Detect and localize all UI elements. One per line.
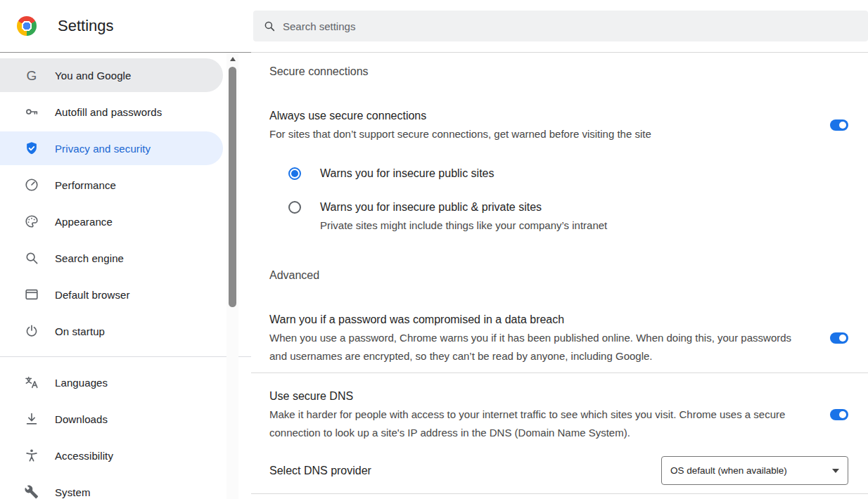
bottom-divider — [251, 493, 868, 494]
sidebar-item-performance[interactable]: Performance — [0, 168, 223, 202]
toggle-knob — [839, 411, 846, 418]
radio-texts: Warns you for insecure public sites — [320, 164, 494, 183]
sidebar-item-you-and-google[interactable]: G You and Google — [0, 58, 223, 92]
row-subtitle: Make it harder for people with access to… — [269, 406, 803, 442]
search-input[interactable] — [283, 20, 858, 32]
chrome-settings-window: Settings G You and Google Autofi — [0, 0, 868, 499]
search-icon — [263, 20, 276, 32]
search-settings-bar[interactable] — [253, 11, 868, 41]
radio-row-public-private-sites: Warns you for insecure public & private … — [288, 198, 848, 235]
row-title: Warn you if a password was compromised i… — [269, 311, 803, 329]
wrench-icon — [24, 484, 39, 499]
secure-dns-toggle[interactable] — [830, 409, 848, 420]
sidebar-item-search-engine[interactable]: Search engine — [0, 241, 223, 275]
row-subtitle: When you use a password, Chrome warns yo… — [269, 329, 803, 365]
radio-label: Warns you for insecure public sites — [320, 164, 494, 183]
magnifier-icon — [24, 250, 39, 266]
secure-connections-radio-group: Warns you for insecure public sites Warn… — [288, 164, 848, 235]
vertical-scrollbar[interactable] — [226, 53, 238, 499]
always-secure-connections-toggle[interactable] — [830, 119, 848, 131]
power-icon — [24, 323, 39, 339]
scrollbar-up-arrow[interactable] — [226, 53, 238, 65]
settings-sidebar: G You and Google Autofill and passwords — [0, 53, 251, 499]
settings-body: G You and Google Autofill and passwords — [0, 53, 868, 499]
download-icon — [24, 411, 39, 427]
dns-provider-selected-value: OS default (when available) — [670, 465, 787, 476]
accessibility-icon — [24, 448, 39, 463]
sidebar-item-system[interactable]: System — [0, 475, 223, 499]
sidebar-item-accessibility[interactable]: Accessibility — [0, 439, 223, 472]
dns-provider-label: Select DNS provider — [269, 465, 371, 477]
row-texts: Use secure DNS Make it harder for people… — [269, 387, 803, 442]
radio-label: Warns you for insecure public & private … — [320, 198, 607, 216]
sidebar-item-privacy-and-security[interactable]: Privacy and security — [0, 131, 223, 165]
palette-icon — [24, 214, 39, 229]
speedometer-icon — [24, 177, 39, 193]
chrome-logo-icon — [17, 16, 37, 36]
google-g-icon: G — [24, 67, 39, 83]
row-title: Use secure DNS — [269, 387, 803, 406]
sidebar-item-languages[interactable]: Languages — [0, 365, 223, 399]
toggle-knob — [839, 335, 846, 342]
privacy-security-content: Secure connections Always use secure con… — [251, 53, 868, 499]
shield-check-icon — [24, 141, 39, 156]
sidebar-item-appearance[interactable]: Appearance — [0, 205, 223, 238]
chevron-down-icon — [832, 469, 839, 473]
use-secure-dns-row: Use secure DNS Make it harder for people… — [269, 387, 848, 442]
sidebar-item-autofill-and-passwords[interactable]: Autofill and passwords — [0, 95, 223, 129]
translate-icon — [24, 375, 39, 390]
settings-header: Settings — [0, 0, 868, 53]
browser-window-icon — [24, 287, 39, 302]
password-breach-toggle[interactable] — [830, 332, 848, 344]
radio-row-public-sites: Warns you for insecure public sites — [288, 164, 848, 183]
sidebar-divider — [0, 356, 251, 357]
key-icon — [24, 104, 39, 119]
section-divider — [251, 372, 868, 373]
always-use-secure-connections-row: Always use secure connections For sites … — [269, 107, 848, 143]
sidebar-item-on-startup[interactable]: On startup — [0, 314, 223, 348]
row-texts: Always use secure connections For sites … — [269, 107, 803, 143]
sidebar-item-downloads[interactable]: Downloads — [0, 402, 223, 436]
sidebar-item-default-browser[interactable]: Default browser — [0, 278, 223, 311]
row-texts: Warn you if a password was compromised i… — [269, 311, 803, 365]
brand: Settings — [0, 16, 253, 36]
radio-public-private-sites[interactable] — [288, 201, 301, 214]
triangle-up-icon — [230, 57, 236, 61]
page-title: Settings — [58, 17, 114, 35]
row-subtitle: For sites that don’t support secure conn… — [269, 125, 803, 143]
radio-sublabel: Private sites might include things like … — [320, 216, 607, 235]
section-title-advanced: Advanced — [269, 268, 848, 283]
toggle-knob — [839, 122, 846, 129]
password-breach-row: Warn you if a password was compromised i… — [269, 311, 848, 365]
select-dns-provider-row: Select DNS provider OS default (when ava… — [269, 456, 848, 485]
radio-public-sites[interactable] — [288, 167, 301, 180]
radio-texts: Warns you for insecure public & private … — [320, 198, 607, 235]
section-title-secure-connections: Secure connections — [269, 65, 848, 79]
row-title: Always use secure connections — [269, 107, 803, 125]
scrollbar-thumb[interactable] — [229, 67, 236, 307]
dns-provider-select[interactable]: OS default (when available) — [661, 456, 848, 485]
